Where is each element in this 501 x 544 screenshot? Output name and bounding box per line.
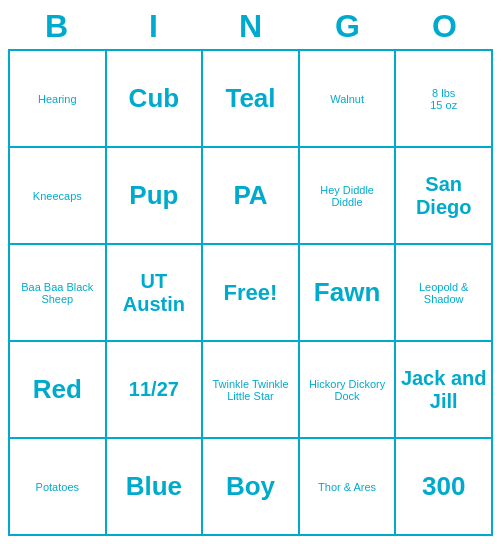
- header-i: I: [110, 8, 197, 45]
- bingo-cell-23: Thor & Ares: [300, 439, 397, 536]
- bingo-cell-6: Pup: [107, 148, 204, 245]
- bingo-cell-19: Jack and Jill: [396, 342, 493, 439]
- bingo-cell-13: Fawn: [300, 245, 397, 342]
- bingo-cell-18: Hickory Dickory Dock: [300, 342, 397, 439]
- bingo-cell-9: San Diego: [396, 148, 493, 245]
- bingo-cell-14: Leopold & Shadow: [396, 245, 493, 342]
- bingo-cell-20: Potatoes: [10, 439, 107, 536]
- header-g: G: [304, 8, 391, 45]
- bingo-cell-0: Hearing: [10, 51, 107, 148]
- header-n: N: [207, 8, 294, 45]
- bingo-cell-2: Teal: [203, 51, 300, 148]
- bingo-cell-17: Twinkle Twinkle Little Star: [203, 342, 300, 439]
- bingo-cell-5: Kneecaps: [10, 148, 107, 245]
- bingo-cell-3: Walnut: [300, 51, 397, 148]
- bingo-cell-22: Boy: [203, 439, 300, 536]
- bingo-cell-8: Hey Diddle Diddle: [300, 148, 397, 245]
- bingo-cell-15: Red: [10, 342, 107, 439]
- bingo-header: B I N G O: [8, 8, 493, 45]
- header-b: B: [13, 8, 100, 45]
- bingo-cell-12: Free!: [203, 245, 300, 342]
- bingo-cell-10: Baa Baa Black Sheep: [10, 245, 107, 342]
- bingo-cell-21: Blue: [107, 439, 204, 536]
- bingo-cell-24: 300: [396, 439, 493, 536]
- bingo-cell-11: UT Austin: [107, 245, 204, 342]
- bingo-cell-4: 8 lbs 15 oz: [396, 51, 493, 148]
- header-o: O: [401, 8, 488, 45]
- bingo-cell-1: Cub: [107, 51, 204, 148]
- bingo-cell-16: 11/27: [107, 342, 204, 439]
- bingo-cell-7: PA: [203, 148, 300, 245]
- bingo-grid: HearingCubTealWalnut8 lbs 15 ozKneecapsP…: [8, 49, 493, 536]
